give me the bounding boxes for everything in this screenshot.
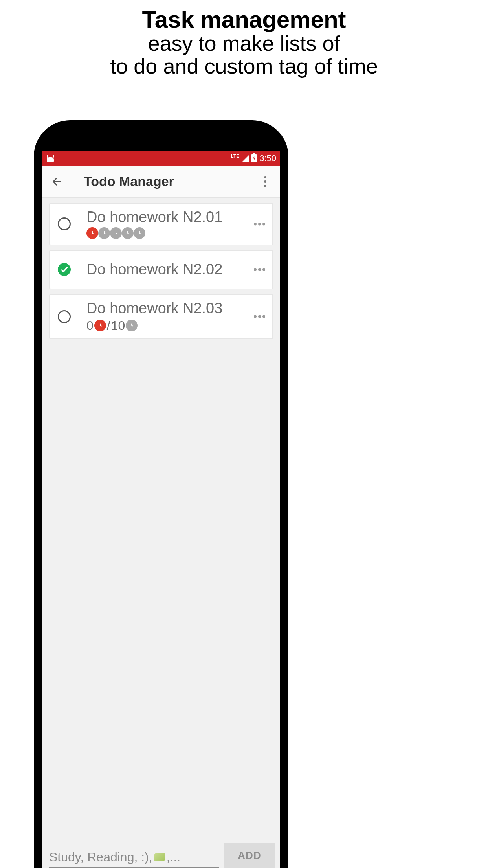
todo-checkbox[interactable] xyxy=(58,263,71,276)
promo-title: Task management xyxy=(0,7,488,32)
promo-header: Task management easy to make lists of to… xyxy=(0,0,488,78)
todo-title: Do homework N2.03 xyxy=(86,300,266,317)
todo-title: Do homework N2.02 xyxy=(86,261,266,278)
item-menu-button[interactable] xyxy=(254,268,265,271)
todo-item[interactable]: Do homework N2.02 xyxy=(49,250,273,289)
clock-icon xyxy=(86,227,98,239)
clock-icon xyxy=(134,227,145,239)
todo-checkbox[interactable] xyxy=(58,310,71,323)
overflow-menu-button[interactable] xyxy=(257,174,273,189)
todo-list: Do homework N2.01Do homework N2.02Do hom… xyxy=(42,203,280,339)
item-menu-button[interactable] xyxy=(254,315,265,318)
network-indicator: LTE xyxy=(231,154,239,158)
todo-body: Do homework N2.02 xyxy=(86,261,266,278)
time-total-count: 10 xyxy=(111,318,125,333)
app-bar: Todo Manager xyxy=(42,166,280,198)
clock-icon xyxy=(94,320,106,331)
screen: LTE 3:50 Todo Manager Do homework N2.01D… xyxy=(42,151,280,868)
android-icon xyxy=(46,155,55,162)
signal-icon xyxy=(242,155,249,162)
todo-checkbox[interactable] xyxy=(58,217,71,230)
todo-body: Do homework N2.01 xyxy=(86,209,266,239)
clock-icon xyxy=(126,320,138,331)
back-button[interactable] xyxy=(49,174,65,189)
task-input-wrap[interactable]: Study, Reading, :), ,... xyxy=(49,850,219,868)
clock-time: 3:50 xyxy=(259,153,276,164)
clock-icon xyxy=(110,227,122,239)
promo-sub-1: easy to make lists of xyxy=(0,32,488,55)
todo-body: Do homework N2.030/10 xyxy=(86,300,266,333)
todo-item[interactable]: Do homework N2.030/10 xyxy=(49,294,273,339)
promo-sub-2: to do and custom tag of time xyxy=(0,55,488,77)
todo-item[interactable]: Do homework N2.01 xyxy=(49,203,273,245)
book-icon xyxy=(153,853,165,861)
page-title: Todo Manager xyxy=(84,174,174,189)
task-input-placeholder: Study, Reading, :), ,... xyxy=(49,850,219,864)
time-tag-row: 0/10 xyxy=(86,318,266,333)
clock-icon xyxy=(122,227,134,239)
time-tag-row xyxy=(86,227,266,239)
add-task-bar: Study, Reading, :), ,... ADD xyxy=(49,840,275,868)
time-done-count: 0 xyxy=(86,318,94,333)
device-frame: LTE 3:50 Todo Manager Do homework N2.01D… xyxy=(34,120,288,868)
clock-icon xyxy=(98,227,110,239)
battery-icon xyxy=(251,154,257,162)
status-bar: LTE 3:50 xyxy=(42,151,280,166)
add-button[interactable]: ADD xyxy=(224,843,275,868)
todo-title: Do homework N2.01 xyxy=(86,209,266,226)
item-menu-button[interactable] xyxy=(254,223,265,225)
